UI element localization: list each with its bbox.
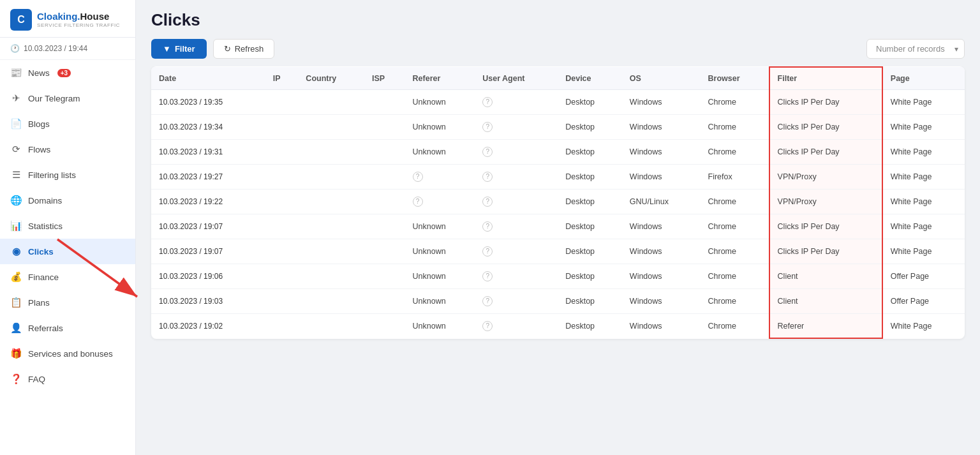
sidebar-label-telegram: Our Telegram [28, 94, 80, 103]
faq-icon: ❓ [10, 373, 22, 385]
sidebar-item-blogs[interactable]: 📄 Blogs [0, 111, 135, 137]
cell-page: White Page [882, 214, 965, 239]
cell-user-agent: ? [475, 264, 558, 289]
sidebar-label-faq: FAQ [28, 375, 45, 384]
table-row: 10.03.2023 / 19:35Unknown?DesktopWindows… [151, 90, 965, 115]
sidebar-item-referrals[interactable]: 👤 Referrals [0, 315, 135, 341]
sidebar: C Cloaking.House Service Filtering Traff… [0, 0, 136, 455]
cell-browser: Chrome [701, 214, 769, 239]
clock-icon: 🕐 [10, 44, 20, 53]
user-agent-help-icon: ? [482, 246, 493, 257]
cell-referer: ? [405, 190, 475, 214]
logo-text-blue: Cloaking. [37, 11, 80, 22]
cell-browser: Chrome [701, 264, 769, 289]
cell-os: Windows [622, 90, 701, 115]
cell-device: Desktop [558, 140, 622, 165]
cell-ip [265, 140, 299, 165]
cell-isp [364, 115, 405, 140]
cell-os: Windows [622, 239, 701, 264]
cell-page: White Page [882, 314, 965, 339]
cell-ip [265, 289, 299, 314]
cell-filter: Clicks IP Per Day [769, 115, 882, 140]
refresh-button[interactable]: ↻ Refresh [213, 39, 275, 59]
sidebar-item-flows[interactable]: ⟳ Flows [0, 137, 135, 162]
user-agent-help-icon: ? [482, 172, 493, 182]
sidebar-item-plans[interactable]: 📋 Plans [0, 290, 135, 315]
cell-device: Desktop [558, 90, 622, 115]
sidebar-item-services[interactable]: 🎁 Services and bonuses [0, 341, 135, 366]
referer-help-icon: ? [413, 172, 423, 182]
referer-help-icon: ? [413, 197, 423, 207]
sidebar-label-services: Services and bonuses [28, 349, 113, 359]
cell-page: White Page [882, 165, 965, 190]
filter-button[interactable]: ▼ Filter [151, 39, 207, 59]
cell-date: 10.03.2023 / 19:02 [151, 314, 265, 339]
cell-date: 10.03.2023 / 19:27 [151, 165, 265, 190]
col-page: Page [882, 67, 965, 90]
table-row: 10.03.2023 / 19:02Unknown?DesktopWindows… [151, 314, 965, 339]
sidebar-item-filtering[interactable]: ☰ Filtering lists [0, 162, 135, 188]
records-select-wrapper: Number of records 25 50 100 [866, 39, 965, 59]
table-row: 10.03.2023 / 19:34Unknown?DesktopWindows… [151, 115, 965, 140]
user-agent-help-icon: ? [482, 147, 493, 157]
cell-device: Desktop [558, 214, 622, 239]
cell-filter: VPN/Proxy [769, 190, 882, 214]
cell-referer: Unknown [405, 264, 475, 289]
blogs-icon: 📄 [10, 118, 22, 130]
cell-isp [364, 214, 405, 239]
cell-referer: ? [405, 165, 475, 190]
cell-filter: Clicks IP Per Day [769, 140, 882, 165]
cell-device: Desktop [558, 190, 622, 214]
sidebar-item-faq[interactable]: ❓ FAQ [0, 366, 135, 392]
cell-ip [265, 165, 299, 190]
toolbar: ▼ Filter ↻ Refresh Number of records 25 … [151, 39, 965, 59]
sidebar-item-telegram[interactable]: ✈ Our Telegram [0, 86, 135, 111]
refresh-icon: ↻ [224, 44, 231, 54]
cell-user-agent: ? [475, 239, 558, 264]
news-badge: +3 [57, 69, 71, 77]
sidebar-item-news[interactable]: 📰 News +3 [0, 60, 135, 86]
refresh-label: Refresh [235, 44, 264, 54]
cell-os: Windows [622, 314, 701, 339]
clicks-icon: ◉ [10, 246, 22, 257]
cell-date: 10.03.2023 / 19:03 [151, 289, 265, 314]
cell-filter: Referer [769, 314, 882, 339]
sidebar-item-finance[interactable]: 💰 Finance [0, 264, 135, 290]
cell-isp [364, 289, 405, 314]
user-agent-help-icon: ? [482, 271, 493, 281]
cell-user-agent: ? [475, 115, 558, 140]
page-title: Clicks [151, 10, 965, 30]
cell-device: Desktop [558, 289, 622, 314]
cell-browser: Chrome [701, 115, 769, 140]
filter-label: Filter [175, 44, 195, 54]
cell-referer: Unknown [405, 90, 475, 115]
cell-date: 10.03.2023 / 19:34 [151, 115, 265, 140]
cell-country [298, 90, 364, 115]
col-user-agent: User Agent [475, 67, 558, 90]
col-date: Date [151, 67, 265, 90]
cell-date: 10.03.2023 / 19:07 [151, 214, 265, 239]
table-row: 10.03.2023 / 19:06Unknown?DesktopWindows… [151, 264, 965, 289]
records-select[interactable]: Number of records 25 50 100 [866, 39, 965, 59]
cell-country [298, 264, 364, 289]
sidebar-item-statistics[interactable]: 📊 Statistics [0, 213, 135, 239]
cell-browser: Chrome [701, 314, 769, 339]
cell-country [298, 314, 364, 339]
cell-browser: Chrome [701, 289, 769, 314]
cell-country [298, 289, 364, 314]
cell-ip [265, 264, 299, 289]
referrals-icon: 👤 [10, 322, 22, 334]
cell-user-agent: ? [475, 314, 558, 339]
cell-filter: Client [769, 289, 882, 314]
sidebar-label-news: News [28, 68, 50, 78]
cell-date: 10.03.2023 / 19:07 [151, 239, 265, 264]
col-country: Country [298, 67, 364, 90]
sidebar-item-clicks[interactable]: ◉ Clicks [0, 239, 135, 264]
cell-ip [265, 190, 299, 214]
cell-os: Windows [622, 165, 701, 190]
cell-user-agent: ? [475, 140, 558, 165]
cell-referer: Unknown [405, 140, 475, 165]
table-row: 10.03.2023 / 19:07Unknown?DesktopWindows… [151, 214, 965, 239]
logo-text-dark: House [80, 11, 110, 22]
sidebar-item-domains[interactable]: 🌐 Domains [0, 188, 135, 213]
